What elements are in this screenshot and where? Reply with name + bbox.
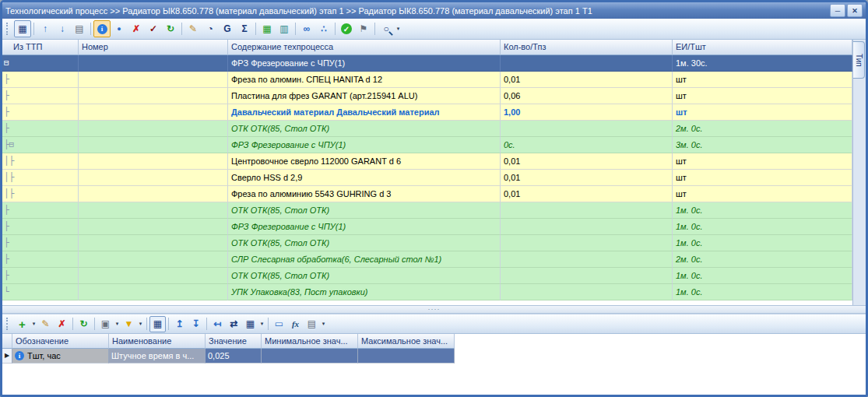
cell-qty[interactable]: 0,06 [501, 88, 673, 104]
process-row[interactable]: ├ Пластина для фрез GARANT (арт.215941 A… [2, 88, 852, 104]
process-row[interactable]: │├ Центровочное сверло 112000 GARANT d 6… [2, 153, 852, 170]
cell-qty[interactable]: 0,01 [501, 72, 673, 88]
tree-expander[interactable]: ├⊟ [2, 137, 79, 153]
column-header-value[interactable]: Значение [206, 334, 262, 349]
process-row[interactable]: │├ Сверло HSS d 2,9 0,01 шт [2, 170, 852, 186]
process-row[interactable]: └ УПК Упаковка(83, Пост упаковки) 1м. 0с… [2, 284, 852, 300]
cell-unit[interactable]: 1м. 0с. [673, 219, 852, 235]
cell-unit[interactable]: шт [673, 104, 852, 121]
cell-qty[interactable] [501, 284, 673, 300]
splitter-handle[interactable]: ···· [2, 305, 866, 314]
toolbar-grip[interactable] [6, 23, 11, 35]
filter-dropdown-caret[interactable]: ▾ [137, 316, 144, 332]
zoom-icon[interactable]: ○ [378, 20, 395, 37]
print-dropdown-caret[interactable]: ▾ [114, 316, 121, 332]
cell-number[interactable] [79, 121, 228, 137]
apply-icon[interactable]: ✓ [338, 20, 355, 37]
cell-unit[interactable]: шт [673, 186, 852, 202]
report-icon[interactable]: ▥ [276, 20, 293, 37]
tree-expander[interactable]: ⊟ [2, 55, 79, 72]
add-icon[interactable]: + [14, 316, 30, 332]
export-icon[interactable]: ▤ [304, 316, 320, 332]
column-header-unit[interactable]: ЕИ/Тшт [673, 40, 852, 55]
cell-unit[interactable]: шт [673, 170, 852, 186]
cell-content[interactable]: ФРЗ Фрезерование с ЧПУ(1) [228, 137, 501, 153]
cell-number[interactable] [79, 137, 228, 153]
close-button[interactable]: ✕ [847, 4, 863, 17]
cell-unit[interactable]: шт [673, 88, 852, 104]
process-row[interactable]: ⊟ ФРЗ Фрезерование с ЧПУ(1) 1м. 30с. [2, 55, 852, 72]
cell-number[interactable] [79, 202, 228, 219]
cell-unit[interactable]: 2м. 0с. [673, 121, 852, 137]
export-dropdown-caret[interactable]: ▾ [320, 316, 327, 332]
cell-min[interactable] [262, 349, 358, 364]
print-icon[interactable]: ▣ [97, 316, 114, 332]
process-row[interactable]: ├ Фреза по алюмин. СПЕЦ HANITA d 12 0,01… [2, 72, 852, 88]
drop-icon[interactable]: ● [111, 20, 128, 37]
cell-content[interactable]: Сверло HSS d 2,9 [228, 170, 501, 186]
filter-icon[interactable]: ▼ [121, 316, 137, 332]
comment-icon[interactable]: ▭ [271, 316, 287, 332]
zoom-dropdown-caret[interactable]: ▾ [395, 21, 402, 37]
cell-number[interactable] [79, 153, 228, 170]
cell-content[interactable]: ФРЗ Фрезерование с ЧПУ(1) [228, 55, 501, 72]
process-row[interactable]: ├ СЛР Слесарная обработка(6, Слесарный с… [2, 251, 852, 268]
info-icon[interactable]: i [93, 20, 111, 37]
cell-content[interactable]: Фреза по алюмин. СПЕЦ HANITA d 12 [228, 72, 501, 88]
stamp-icon[interactable]: ✓ [145, 20, 162, 37]
cell-content[interactable]: СЛР Слесарная обработка(6, Слесарный сто… [228, 251, 501, 268]
cell-content[interactable]: Пластина для фрез GARANT (арт.215941 ALU… [228, 88, 501, 104]
process-row[interactable]: ├ ОТК ОТК(85, Стол ОТК) 1м. 0с. [2, 268, 852, 284]
cell-qty[interactable]: 1,00 [501, 104, 673, 121]
cell-unit[interactable]: 1м. 0с. [673, 202, 852, 219]
param-row[interactable]: ▶ iТшт, час Штучное время в ч... 0,025 [2, 349, 866, 364]
group-calc-icon[interactable]: G [219, 20, 236, 37]
insert-below-icon[interactable]: ↧ [188, 316, 204, 332]
cell-unit[interactable]: 3м. 0с. [673, 137, 852, 153]
edit-icon[interactable]: ✎ [37, 316, 54, 332]
cell-unit[interactable]: шт [673, 153, 852, 170]
cell-content[interactable]: Центровочное сверло 112000 GARANT d 6 [228, 153, 501, 170]
cell-content[interactable]: Давальческий материал Давальческий матер… [228, 104, 501, 121]
process-row[interactable]: ├ Давальческий материал Давальческий мат… [2, 104, 852, 121]
cell-value[interactable]: 0,025 [206, 349, 262, 364]
column-header-max[interactable]: Максимальное знач... [358, 334, 455, 349]
column-header-iz-ttp[interactable]: Из ТТП [2, 40, 79, 55]
cell-number[interactable] [79, 235, 228, 251]
cell-unit[interactable]: шт [673, 72, 852, 88]
titlebar[interactable]: Технологический процесс >> Радиатор ЫК8.… [2, 2, 866, 19]
cell-number[interactable] [79, 170, 228, 186]
column-header-name[interactable]: Наименование [109, 334, 206, 349]
cell-content[interactable]: ОТК ОТК(85, Стол ОТК) [228, 121, 501, 137]
process-row[interactable]: ├⊟ ФРЗ Фрезерование с ЧПУ(1) 0с. 3м. 0с. [2, 137, 852, 153]
column-header-nomer[interactable]: Номер [79, 40, 228, 55]
cell-qty[interactable] [501, 251, 673, 268]
fx-icon[interactable]: fx [287, 316, 304, 332]
edit-pen-icon[interactable]: ✎ [184, 20, 202, 37]
card-view-icon[interactable]: ▦ [149, 316, 166, 332]
process-row[interactable]: │├ Фреза по алюминию 5543 GUHRING d 3 0,… [2, 186, 852, 202]
cell-unit[interactable]: 1м. 30с. [673, 55, 852, 72]
process-row[interactable]: ├ ОТК ОТК(85, Стол ОТК) 1м. 0с. [2, 235, 852, 251]
process-row[interactable]: ├ ФРЗ Фрезерование с ЧПУ(1) 1м. 0с. [2, 219, 852, 235]
column-header-min[interactable]: Минимальное знач... [262, 334, 358, 349]
cell-number[interactable] [79, 268, 228, 284]
cell-unit[interactable]: 1м. 0с. [673, 268, 852, 284]
cell-number[interactable] [79, 88, 228, 104]
cell-number[interactable] [79, 72, 228, 88]
table-dropdown-caret[interactable]: ▾ [258, 316, 265, 332]
cell-qty[interactable] [501, 202, 673, 219]
add-dropdown-caret[interactable]: ▾ [30, 316, 37, 332]
cell-content[interactable]: ФРЗ Фрезерование с ЧПУ(1) [228, 219, 501, 235]
process-row[interactable]: ├ ОТК ОТК(85, Стол ОТК) 2м. 0с. [2, 121, 852, 137]
cell-content[interactable]: Фреза по алюминию 5543 GUHRING d 3 [228, 186, 501, 202]
cell-number[interactable] [79, 219, 228, 235]
cell-unit[interactable]: 1м. 0с. [673, 235, 852, 251]
cell-content[interactable]: ОТК ОТК(85, Стол ОТК) [228, 268, 501, 284]
cell-qty[interactable]: 0,01 [501, 170, 673, 186]
move-down-icon[interactable]: ↓ [54, 20, 71, 37]
minimize-button[interactable]: ─ [830, 4, 845, 17]
cell-qty[interactable] [501, 219, 673, 235]
nodes-icon[interactable]: ∴ [315, 20, 332, 37]
table-view-icon[interactable]: ▦ [14, 20, 31, 37]
